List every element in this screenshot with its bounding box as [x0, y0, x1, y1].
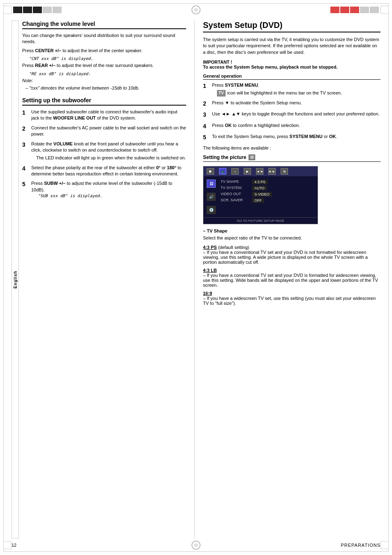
list-item: 4 Select the phase polarity at the rear … — [22, 165, 186, 177]
row-value-1: 4:3 PS — [252, 180, 268, 184]
list-item: 2 Connect the subwoofer's AC power cable… — [22, 125, 186, 138]
option-43ps-dash: – — [203, 250, 207, 255]
subwoofer-title: Setting up the subwoofer — [22, 97, 186, 106]
menu-row-2: TV SYSTEM AUTO — [221, 186, 314, 191]
subw-display: "SUB ±xx dB" is displayed. — [38, 193, 186, 199]
option-43lb: 4:3 LB – If you have a conventional TV s… — [203, 268, 380, 288]
strip — [13, 7, 22, 13]
volume-section-title: Changing the volume level — [22, 21, 186, 29]
row-value-2: AUTO — [252, 186, 267, 191]
menu-row-1: TV SHAPE 4:3 PS — [221, 180, 314, 184]
setting-picture-title: Setting the picture — [203, 154, 246, 160]
menu-left-icons: 🖼 🔊 💿 — [207, 180, 218, 214]
row-value-3: S-VIDEO — [252, 192, 272, 197]
system-setup-title: System Setup (DVD) — [203, 21, 380, 32]
strip — [370, 7, 379, 13]
subwoofer-list: 1 Use the supplied subwoofer cable to co… — [22, 109, 186, 200]
center-instruction: Press CENTER +/– Press CENTER +/– to adj… — [22, 48, 186, 54]
list-item: 5 Press SUBW +/– to adjust the volume le… — [22, 180, 186, 200]
strip — [23, 7, 32, 13]
row-label-1: TV SHAPE — [221, 180, 250, 184]
menu-body: 🖼 🔊 💿 TV SHAPE 4:3 PS — [203, 176, 318, 217]
top-decoration: ⊕ — [3, 3, 389, 16]
important-box: IMPORTANT ! To access the System Setup m… — [203, 60, 380, 69]
note-label: Note: — [22, 78, 186, 84]
menu-row-4: SCR. SAVER OFF — [221, 198, 314, 203]
option-43lb-dash: – — [203, 273, 207, 278]
tv-icon: TV — [217, 90, 226, 97]
page-footer: 12 Preparations — [12, 543, 380, 548]
rear-instruction: Press REAR +/– to adjust the level of th… — [22, 62, 186, 69]
menu-top-bar: ⏹ 📺 ♪ ▶ ◄◄ ►► ⊞ — [203, 166, 318, 176]
row-label-3: VIDEO OUT — [221, 192, 250, 197]
menu-icon-extra: ⊞ — [281, 168, 288, 175]
tv-shape-section: – TV Shape Select the aspect ratio of th… — [203, 228, 380, 305]
option-169-dash: – — [203, 296, 207, 301]
center-bold: CENTER +/– — [35, 48, 61, 53]
system-setup-intro: The system setup is carried out via the … — [203, 37, 380, 55]
strip — [340, 7, 349, 13]
subwoofer-section: Setting up the subwoofer 1 Use the suppl… — [22, 97, 186, 200]
menu-icon-next: ►► — [268, 168, 276, 175]
page-number: 12 — [12, 543, 16, 548]
option-43ps-desc: If you have a conventional TV set and yo… — [203, 250, 368, 265]
menu-disc-icon: 💿 — [207, 206, 216, 214]
row-value-4: OFF — [252, 198, 264, 203]
strip — [350, 7, 359, 13]
option-169-name: 16:9 — [203, 291, 212, 296]
option-43lb-name: 4:3 LB — [203, 268, 217, 273]
menu-icon-tv-highlighted: 📺 — [219, 168, 226, 175]
tv-shape-desc: Select the aspect ratio of the TV to be … — [203, 235, 380, 241]
corner-box-tr — [380, 6, 389, 14]
menu-icon-prev: ◄◄ — [256, 168, 263, 175]
menu-row-3: VIDEO OUT S-VIDEO — [221, 192, 314, 197]
left-column: Changing the volume level You can change… — [22, 21, 195, 539]
compass-icon-top: ⊕ — [191, 5, 201, 14]
list-item: 2 Press ▼ to activate the System Setup m… — [203, 100, 380, 108]
system-setup-section: System Setup (DVD) The system setup is c… — [203, 21, 380, 306]
option-169-desc: If you have a widescreen TV set, use thi… — [203, 296, 376, 306]
right-column: System Setup (DVD) The system setup is c… — [195, 21, 380, 539]
corner-box-br — [380, 541, 389, 549]
menu-picture-icon: 🖼 — [207, 180, 216, 188]
list-item: 4 Press OK to confirm a highlighted sele… — [203, 122, 380, 131]
menu-bottom-bar: GO TO PICTURE SETUP PAGE — [203, 217, 318, 224]
list-item: 5 To exit the System Setup menu, press S… — [203, 134, 380, 142]
list-item: 3 Rotate the VOLUME knob at the front pa… — [22, 141, 186, 161]
strip — [53, 7, 62, 13]
list-item: 1 Use the supplied subwoofer cable to co… — [22, 109, 186, 122]
important-text: To access the System Setup menu, playbac… — [203, 64, 380, 69]
picture-icon: 🖼 — [249, 154, 255, 160]
row-label-2: TV SYSTEM — [221, 186, 250, 191]
following-items: The following items are available : — [203, 145, 380, 151]
important-label: IMPORTANT ! — [203, 60, 380, 64]
strip — [330, 7, 339, 13]
option-43ps: 4:3 PS (default setting) – If you have a… — [203, 245, 380, 265]
menu-spacer — [207, 189, 216, 191]
note-dash: – "±xx" denotes the volume level between… — [25, 85, 186, 90]
setting-picture-section: Setting the picture 🖼 ⏹ 📺 ♪ ▶ ◄◄ ►► ⊞ — [203, 154, 380, 305]
option-43ps-tag: (default setting) — [218, 245, 249, 250]
setting-picture-header: Setting the picture 🖼 — [203, 154, 380, 162]
general-op-list: 1 Press SYSTEM MENU. TV icon will be hig… — [203, 82, 380, 142]
option-43lb-desc: If you have a conventional TV set and yo… — [203, 273, 378, 288]
preparations-label: Preparations — [341, 543, 380, 548]
strip — [43, 7, 52, 13]
language-tab: English — [12, 21, 19, 539]
volume-intro: You can change the speakers' sound distr… — [22, 32, 186, 45]
center-display: "CNT ±xx dB" is displayed. — [29, 56, 186, 61]
rear-bold: REAR +/– — [35, 63, 55, 68]
list-item: 3 Use ◄► ▲▼ keys to toggle through the f… — [203, 111, 380, 119]
menu-audio-icon: 🔊 — [207, 193, 216, 201]
row-label-4: SCR. SAVER — [221, 198, 250, 203]
option-43ps-name: 4:3 PS — [203, 245, 217, 250]
menu-rows: TV SHAPE 4:3 PS TV SYSTEM AUTO VIDEO OUT… — [221, 180, 314, 214]
menu-spacer2 — [207, 203, 216, 204]
menu-icon-play: ▶ — [244, 168, 251, 175]
corner-box-tl — [3, 6, 12, 14]
tv-shape-title: – TV Shape — [203, 228, 380, 233]
list-item: 1 Press SYSTEM MENU. TV icon will be hig… — [203, 82, 380, 96]
strip — [33, 7, 42, 13]
subwoofer-led-note: The LED indicator will light up in green… — [36, 155, 186, 161]
system-menu-sub: TV icon will be highlighted in the menu … — [217, 90, 380, 97]
